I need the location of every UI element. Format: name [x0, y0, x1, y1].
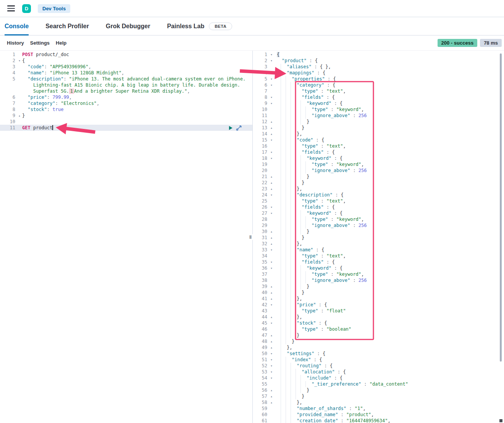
- fold-icon[interactable]: ▴: [269, 174, 274, 180]
- fold-icon[interactable]: ▾: [269, 351, 274, 357]
- code-token: {: [323, 70, 325, 76]
- code-line[interactable]: 8 "stock": true: [0, 106, 252, 113]
- fold-icon[interactable]: ▴: [269, 283, 274, 290]
- fold-icon[interactable]: ▴: [269, 314, 274, 320]
- code-line: 34"type" : "text",: [253, 253, 504, 259]
- code-line[interactable]: 7 "category": "Electronics",: [0, 100, 252, 106]
- fold-icon[interactable]: ▴: [269, 387, 274, 393]
- code-line[interactable]: 4 "name": "iPhone 13 128GB Midnight",: [0, 70, 252, 76]
- code-token: }: [297, 333, 299, 338]
- fold-icon[interactable]: ▾: [269, 369, 274, 375]
- fold-icon[interactable]: ▴: [269, 338, 274, 344]
- fold-icon[interactable]: ▾: [269, 82, 274, 88]
- deployment-logo[interactable]: D: [22, 4, 31, 13]
- indent-guide: [282, 259, 287, 265]
- fold-icon[interactable]: ▴: [269, 186, 274, 192]
- tab-painless-lab[interactable]: Painless Lab BETA: [167, 17, 232, 35]
- indent-spacer: [307, 167, 312, 174]
- fold-icon[interactable]: ▾: [269, 320, 274, 326]
- fold-icon[interactable]: ▾: [269, 137, 274, 143]
- fold-icon[interactable]: ▾: [269, 363, 274, 369]
- code-token: :: [324, 95, 332, 100]
- fold-icon[interactable]: ▴: [269, 241, 274, 247]
- indent-guide: [282, 137, 287, 143]
- fold-icon[interactable]: ▾: [269, 192, 274, 198]
- fold-icon[interactable]: ▴: [269, 399, 274, 405]
- fold-icon[interactable]: ▾: [269, 247, 274, 253]
- line-number: 9: [0, 113, 17, 119]
- code-line: 39▴}: [253, 283, 504, 290]
- fold-icon[interactable]: ▴: [269, 119, 274, 125]
- fold-icon[interactable]: ▾: [269, 155, 274, 161]
- fold-icon[interactable]: ▾: [269, 100, 274, 106]
- code-line[interactable]: 2▾{: [0, 58, 252, 64]
- code-token: [22, 76, 27, 82]
- code-line[interactable]: 9▴}: [0, 113, 252, 119]
- indent-guide: [282, 363, 287, 369]
- request-editor[interactable]: 1POST product/_doc2▾{3 "code": "APP54939…: [0, 51, 253, 423]
- fold-icon[interactable]: ▾: [269, 302, 274, 308]
- code-token: ,: [363, 406, 365, 411]
- code-line[interactable]: 6 "price": 799.99,: [0, 94, 252, 100]
- fold-icon[interactable]: ▾: [269, 94, 274, 100]
- tab-search-profiler[interactable]: Search Profiler: [45, 17, 89, 35]
- indent-spacer: [292, 399, 297, 405]
- tab-console[interactable]: Console: [5, 17, 29, 35]
- menu-icon[interactable]: [4, 2, 18, 14]
- fold-icon[interactable]: ▾: [269, 265, 274, 271]
- breadcrumb-dev-tools[interactable]: Dev Tools: [38, 4, 70, 13]
- code-line[interactable]: Superfast 5G.1And a brighter Super Retin…: [0, 88, 252, 94]
- code-token: :: [331, 375, 340, 381]
- indent-guide: [287, 106, 292, 113]
- fold-icon[interactable]: ▾: [269, 70, 274, 76]
- fold-icon[interactable]: ▴: [269, 228, 274, 235]
- fold-icon[interactable]: ▴: [269, 296, 274, 302]
- fold-gutter: [269, 198, 274, 204]
- fold-icon[interactable]: ▴: [269, 180, 274, 186]
- fold-icon[interactable]: ▾: [269, 58, 274, 64]
- history-menu[interactable]: History: [4, 38, 27, 48]
- help-menu[interactable]: Help: [53, 38, 69, 48]
- resize-corner[interactable]: [499, 419, 502, 422]
- indent-guide: [277, 369, 282, 375]
- fold-icon[interactable]: ▴: [269, 235, 274, 241]
- fold-icon[interactable]: ▴: [269, 125, 274, 131]
- wrench-icon[interactable]: [236, 125, 242, 131]
- fold-icon[interactable]: ▾: [269, 210, 274, 216]
- fold-icon[interactable]: ▴: [17, 113, 22, 119]
- code-token: :: [331, 101, 340, 106]
- code-line[interactable]: 11GET product: [0, 125, 252, 131]
- fold-icon[interactable]: ▴: [269, 290, 274, 296]
- code-token: ,: [69, 95, 72, 100]
- settings-menu[interactable]: Settings: [27, 38, 53, 48]
- fold-icon[interactable]: ▾: [269, 204, 274, 210]
- code-line[interactable]: Lightning-fast A15 Bionic chip. A big le…: [0, 82, 252, 88]
- fold-gutter: [17, 106, 22, 113]
- code-line[interactable]: 5 "description": "iPhone 13. The most ad…: [0, 76, 252, 82]
- indent-guide: [292, 155, 297, 161]
- code-line: 56▴}: [253, 387, 504, 393]
- fold-icon[interactable]: ▾: [17, 58, 22, 64]
- code-line: 49▴},: [253, 344, 504, 351]
- fold-icon[interactable]: ▴: [269, 344, 274, 351]
- fold-icon[interactable]: ▾: [269, 149, 274, 155]
- indent-guide: [287, 399, 292, 405]
- fold-icon[interactable]: ▾: [269, 357, 274, 363]
- fold-icon[interactable]: ▴: [269, 332, 274, 338]
- indent-guide: [297, 119, 302, 125]
- pane-splitter[interactable]: ‖: [247, 234, 254, 240]
- fold-icon[interactable]: ▾: [269, 76, 274, 82]
- indent-guide: [292, 88, 297, 94]
- fold-icon[interactable]: ▾: [269, 51, 274, 58]
- fold-icon[interactable]: ▴: [269, 393, 274, 399]
- fold-icon[interactable]: ▴: [269, 131, 274, 137]
- code-line: 45▾"stock" : {: [253, 320, 504, 326]
- fold-icon[interactable]: ▾: [269, 375, 274, 381]
- code-line[interactable]: 10: [0, 119, 252, 125]
- line-number: 34: [253, 253, 269, 259]
- send-request-icon[interactable]: [228, 125, 233, 130]
- fold-icon[interactable]: ▾: [269, 259, 274, 265]
- code-line[interactable]: 3 "code": "APP549396996",: [0, 64, 252, 70]
- code-line[interactable]: 1POST product/_doc: [0, 51, 252, 58]
- tab-grok-debugger[interactable]: Grok Debugger: [106, 17, 150, 35]
